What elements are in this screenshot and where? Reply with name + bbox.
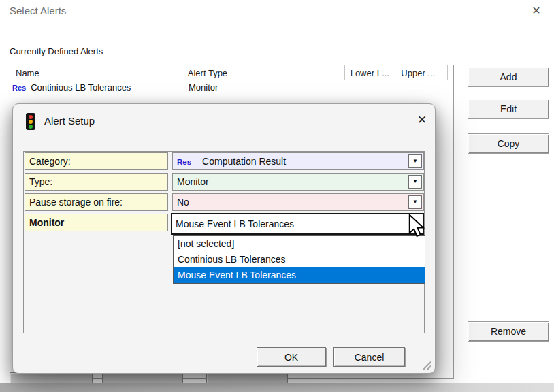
category-label: Category:	[25, 152, 168, 170]
dropdown-option-mouse-event-lb-tolerances[interactable]: Mouse Event LB Tolerances	[174, 267, 425, 283]
type-label: Type:	[25, 173, 168, 191]
partial-button[interactable]	[10, 372, 93, 383]
traffic-amber-dot	[29, 120, 33, 124]
monitor-label: Monitor	[25, 214, 168, 231]
category-dropdown-button[interactable]: ▼	[408, 154, 422, 168]
resize-grip[interactable]	[421, 359, 431, 370]
dialog-title: Alert Setup	[44, 115, 95, 127]
monitor-dropdown-list: [not selected] Continious LB Tolerances …	[173, 235, 425, 284]
traffic-green-dot	[29, 125, 33, 129]
type-value: Monitor	[177, 176, 209, 187]
column-header-lower-limit[interactable]: Lower L...	[345, 65, 396, 80]
pause-storage-label: Pause storage on fire:	[25, 193, 168, 211]
pause-storage-select[interactable]: No ▼	[172, 193, 424, 211]
table-header-row: Name Alert Type Lower L... Upper ...	[10, 65, 453, 80]
category-value: Computation Result	[202, 156, 286, 167]
dropdown-option-continious-lb-tolerances[interactable]: Continious LB Tolerances	[174, 252, 425, 267]
partial-button[interactable]	[206, 372, 288, 383]
alert-name-cell: ResContinious LB Tolerances	[10, 82, 183, 93]
category-select[interactable]: ResComputation Result ▼	[172, 152, 424, 170]
result-badge: Res	[12, 84, 26, 92]
cancel-button[interactable]: Cancel	[333, 347, 405, 367]
upper-limit-cell: —	[397, 82, 450, 93]
chevron-down-icon: ▼	[412, 159, 418, 164]
pause-dropdown-button[interactable]: ▼	[408, 195, 422, 209]
alert-type-cell: Monitor	[183, 82, 346, 93]
pause-storage-value: No	[177, 197, 189, 208]
chevron-down-icon: ▼	[412, 179, 418, 184]
alert-name: Continious LB Tolerances	[31, 82, 131, 93]
alert-setup-dialog: Alert Setup ✕ Category: Type: Pause stor…	[12, 103, 436, 374]
column-header-alert-type[interactable]: Alert Type	[182, 65, 345, 80]
column-header-upper-limit[interactable]: Upper ...	[395, 65, 448, 80]
window-title: Select Alerts	[10, 5, 66, 16]
add-button[interactable]: Add	[468, 67, 549, 87]
traffic-red-dot	[29, 115, 33, 119]
background-strip	[0, 383, 554, 392]
ok-button[interactable]: OK	[257, 347, 326, 367]
alerts-section-label: Currently Defined Alerts	[10, 46, 103, 56]
copy-button[interactable]: Copy	[468, 133, 549, 154]
column-header-name[interactable]: Name	[10, 65, 182, 80]
remove-button[interactable]: Remove	[468, 321, 549, 342]
close-icon[interactable]: ✕	[413, 112, 431, 129]
result-badge: Res	[177, 158, 191, 166]
type-dropdown-button[interactable]: ▼	[408, 175, 422, 189]
monitor-value: Mouse Event LB Tolerances	[176, 218, 294, 229]
screen: Select Alerts ✕ Currently Defined Alerts…	[0, 0, 554, 392]
type-select[interactable]: Monitor ▼	[172, 173, 424, 191]
table-row[interactable]: ResContinious LB Tolerances Monitor — —	[10, 80, 453, 95]
column-header-spacer	[448, 65, 453, 80]
monitor-select[interactable]: Mouse Event LB Tolerances ▼	[171, 213, 424, 235]
edit-button[interactable]: Edit	[468, 99, 549, 119]
partial-button[interactable]	[102, 372, 183, 383]
traffic-light-icon	[26, 113, 35, 130]
close-icon[interactable]: ✕	[528, 3, 544, 19]
mouse-cursor	[408, 214, 425, 238]
chevron-down-icon: ▼	[412, 199, 418, 205]
lower-limit-cell: —	[346, 82, 397, 93]
dropdown-option-not-selected[interactable]: [not selected]	[174, 236, 425, 252]
